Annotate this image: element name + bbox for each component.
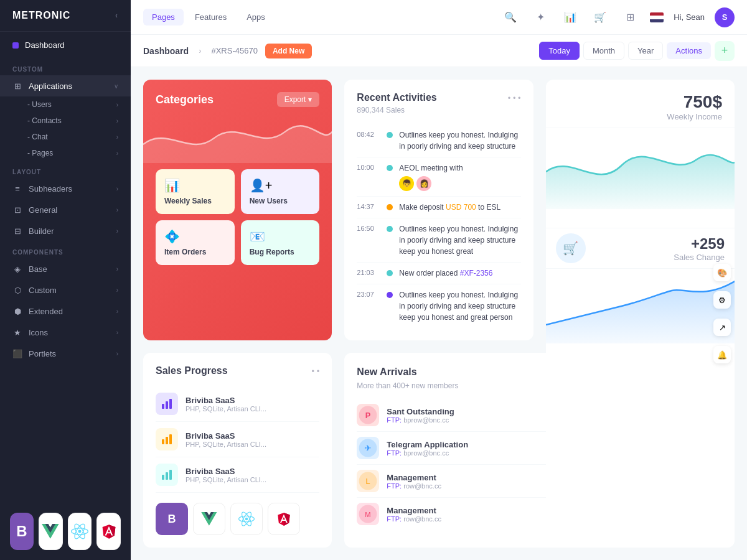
sidebar-base-label: Base [29,264,47,274]
sidebar-subheaders-label: Subheaders [29,184,72,194]
cart-btn[interactable]: 🛒 [590,7,610,27]
sidebar-item-applications[interactable]: ⊞ Applications ∨ [0,75,131,96]
builder-chevron-icon: › [116,228,118,235]
sp-info: Briviba SaaS PHP, SQLite, Artisan CLI... [186,396,319,413]
sidebar-item-custom[interactable]: ⬡ Custom › [0,279,131,301]
sidebar-icons-label: Icons [29,328,48,337]
send-icon[interactable]: ↗ [713,319,731,336]
svg-rect-8 [166,437,168,444]
svg-rect-10 [162,475,164,480]
tab-features[interactable]: Features [186,9,235,26]
activity-text: AEOL meeting with 👦 👩 [399,162,520,191]
notification-icon[interactable]: 🔔 [713,346,731,363]
activity-time: 10:00 [357,164,380,171]
activity-item: 14:37 Make deposit USD 700 to ESL [357,197,520,218]
angular-small-logo[interactable] [268,503,300,535]
sidebar-item-portlets[interactable]: ⬛ Portlets › [0,343,131,364]
export-button[interactable]: Export ▾ [277,92,320,107]
settings-icon[interactable]: ⚙ [713,291,731,309]
brand-name: METRONIC [12,10,70,21]
add-new-button[interactable]: Add New [265,44,312,58]
actions-button[interactable]: Actions [667,42,711,59]
sidebar-item-subheaders[interactable]: ≡ Subheaders › [0,178,131,199]
chat-chevron-icon: › [116,134,118,141]
svg-rect-9 [169,434,172,444]
tab-pages[interactable]: Pages [143,9,184,26]
sidebar-item-icons[interactable]: ★ Icons › [0,322,131,343]
palette-icon[interactable]: 🎨 [713,264,731,281]
sidebar-applications-label: Applications [29,82,72,91]
activity-item: 16:50 Outlines keep you honest. Indulgin… [357,218,520,263]
activity-text: Outlines keep you honest. Indulging in p… [399,223,520,257]
svg-rect-6 [169,399,172,409]
sp-name: Briviba SaaS [186,431,319,441]
sidebar: METRONIC ‹ Dashboard CUSTOM ⊞ Applicatio… [0,0,131,560]
sidebar-dashboard-label: Dashboard [25,40,65,50]
vue-logo[interactable] [39,513,63,550]
sidebar-item-general[interactable]: ⊡ General › [0,199,131,220]
income-card: 750$ Weekly Income 🛒 [546,80,735,548]
sidebar-item-dashboard[interactable]: Dashboard [0,32,131,58]
category-grid: 📊 Weekly Sales 👤+ New Users 💠 Item Order… [156,169,319,265]
general-icon: ⊡ [12,205,22,215]
na-ftp: FTP: bprow@bnc.cc [387,449,546,457]
activity-time: 23:07 [357,291,380,298]
plus-button[interactable]: + [715,41,735,61]
topnav-right-area: 🔍 ✦ 📊 🛒 ⊞ Hi, Sean S [500,7,735,27]
na-info: Management FTP: row@bnc.cc [387,506,550,523]
sidebar-item-base[interactable]: ◈ Base › [0,258,131,279]
sidebar-sub-users[interactable]: - Users › [0,96,131,113]
sp-logo [156,428,178,450]
category-new-users[interactable]: 👤+ New Users [241,169,320,214]
bootstrap-small-logo[interactable]: B [156,503,188,535]
contacts-chevron-icon: › [116,118,118,124]
activities-title: Recent Activities [357,92,436,103]
bootstrap-logo[interactable]: B [10,513,34,550]
svg-rect-4 [162,404,164,409]
svg-point-13 [245,518,248,521]
sidebar-item-extended[interactable]: ⬢ Extended › [0,301,131,322]
subheaders-icon: ≡ [12,184,22,194]
category-item-orders[interactable]: 💠 Item Orders [156,220,235,265]
sidebar-collapse-btn[interactable]: ‹ [115,11,118,20]
user-avatar[interactable]: S [715,7,735,27]
activities-menu-btn[interactable]: • • • [508,93,521,103]
weekly-income-area: 750$ Weekly Income [546,80,735,128]
sidebar-item-builder[interactable]: ⊟ Builder › [0,220,131,241]
chart-btn[interactable]: 📊 [560,7,580,27]
vue-small-logo[interactable] [193,503,225,535]
topnav-tabs: Pages Features Apps [143,9,274,26]
sidebar-sub-contacts[interactable]: - Contacts › [0,113,131,129]
react-logo[interactable] [68,513,92,550]
general-chevron-icon: › [116,207,118,213]
extended-icon: ⬢ [12,306,22,316]
sidebar-sub-chat[interactable]: - Chat › [0,129,131,145]
svg-rect-11 [166,472,168,480]
search-btn[interactable]: 🔍 [500,7,520,27]
grid-btn[interactable]: ⊞ [620,7,640,27]
sp-name: Briviba SaaS [186,467,319,476]
tab-apps[interactable]: Apps [238,9,274,26]
sales-progress-menu-btn[interactable]: • • [312,366,320,376]
category-bug-reports[interactable]: 📧 Bug Reports [241,220,320,265]
network-btn[interactable]: ✦ [530,7,550,27]
sidebar-sub-pages[interactable]: - Pages › [0,145,131,161]
angular-logo[interactable] [96,513,121,550]
sp-desc: PHP, SQLite, Artisan CLI... [186,405,319,413]
svg-text:M: M [365,511,371,518]
period-year-btn[interactable]: Year [628,42,663,60]
na-icon: M [357,503,379,525]
activity-text: Outlines keep you honest. Indulging in p… [399,289,520,323]
icons-icon: ★ [12,327,22,337]
react-small-logo[interactable] [230,503,263,535]
sales-chart [546,269,735,368]
period-today-btn[interactable]: Today [539,42,580,60]
tech-logos-area: B [0,503,131,560]
activity-item: 21:03 New order placed #XF-2356 [357,263,520,284]
sidebar-users-label: - Users [27,100,52,109]
period-month-btn[interactable]: Month [583,42,624,60]
sp-desc: PHP, SQLite, Artisan CLI... [186,476,319,483]
category-weekly-sales[interactable]: 📊 Weekly Sales [156,169,235,214]
sidebar-extended-label: Extended [29,307,63,316]
flag-icon[interactable] [650,12,664,22]
